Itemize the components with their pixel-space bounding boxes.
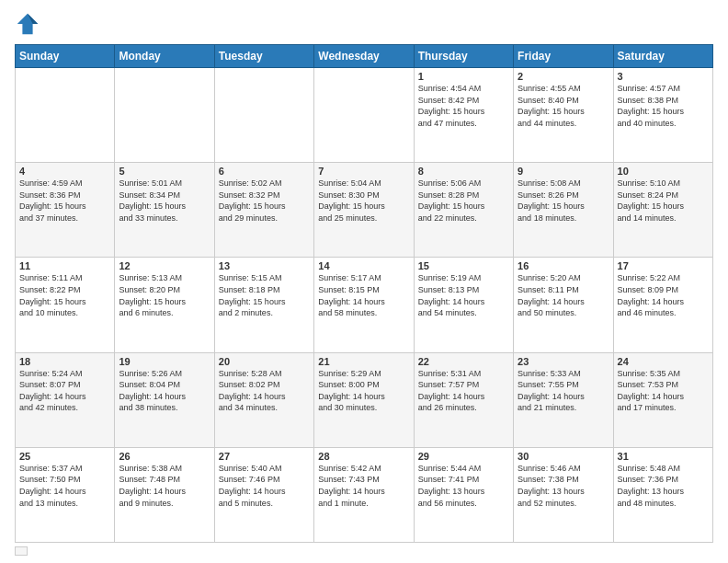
calendar-cell: 6Sunrise: 5:02 AM Sunset: 8:32 PM Daylig… [214,163,313,258]
calendar-cell: 12Sunrise: 5:13 AM Sunset: 8:20 PM Dayli… [115,258,214,352]
day-number: 8 [418,166,509,177]
calendar-cell: 26Sunrise: 5:38 AM Sunset: 7:48 PM Dayli… [115,447,214,542]
day-info: Sunrise: 5:22 AM Sunset: 8:09 PM Dayligh… [618,272,709,318]
weekday-header-sunday: Sunday [16,45,115,68]
day-info: Sunrise: 4:54 AM Sunset: 8:42 PM Dayligh… [418,83,509,129]
calendar-cell: 7Sunrise: 5:04 AM Sunset: 8:30 PM Daylig… [314,163,414,258]
calendar-table: SundayMondayTuesdayWednesdayThursdayFrid… [15,44,713,543]
day-number: 21 [318,356,409,367]
day-info: Sunrise: 5:01 AM Sunset: 8:34 PM Dayligh… [119,178,210,224]
day-info: Sunrise: 5:48 AM Sunset: 7:36 PM Dayligh… [618,463,709,509]
calendar-cell: 16Sunrise: 5:20 AM Sunset: 8:11 PM Dayli… [514,258,613,352]
day-number: 25 [19,451,110,462]
weekday-header-tuesday: Tuesday [214,45,313,68]
day-number: 7 [318,166,409,177]
day-number: 22 [418,356,509,367]
day-number: 16 [518,260,609,271]
weekday-header-friday: Friday [514,45,613,68]
weekday-header-monday: Monday [115,45,214,68]
day-number: 12 [119,260,210,271]
daylight-legend-box [15,546,28,556]
page: SundayMondayTuesdayWednesdayThursdayFrid… [0,0,728,563]
calendar-cell: 31Sunrise: 5:48 AM Sunset: 7:36 PM Dayli… [613,447,712,542]
calendar-cell: 18Sunrise: 5:24 AM Sunset: 8:07 PM Dayli… [16,352,115,447]
calendar-cell: 21Sunrise: 5:29 AM Sunset: 8:00 PM Dayli… [314,352,414,447]
footer [15,546,713,556]
calendar-cell: 27Sunrise: 5:40 AM Sunset: 7:46 PM Dayli… [214,447,313,542]
week-row-3: 11Sunrise: 5:11 AM Sunset: 8:22 PM Dayli… [16,258,713,352]
day-info: Sunrise: 5:46 AM Sunset: 7:38 PM Dayligh… [518,463,609,509]
day-number: 26 [119,451,210,462]
day-number: 4 [19,166,110,177]
week-row-5: 25Sunrise: 5:37 AM Sunset: 7:50 PM Dayli… [16,447,713,542]
day-info: Sunrise: 4:59 AM Sunset: 8:36 PM Dayligh… [19,178,110,224]
day-number: 14 [318,260,409,271]
week-row-1: 1Sunrise: 4:54 AM Sunset: 8:42 PM Daylig… [16,68,713,163]
day-info: Sunrise: 5:19 AM Sunset: 8:13 PM Dayligh… [418,272,509,318]
week-row-2: 4Sunrise: 4:59 AM Sunset: 8:36 PM Daylig… [16,163,713,258]
day-number: 24 [618,356,709,367]
calendar-cell: 24Sunrise: 5:35 AM Sunset: 7:53 PM Dayli… [613,352,712,447]
day-info: Sunrise: 5:08 AM Sunset: 8:26 PM Dayligh… [518,178,609,224]
day-number: 17 [618,260,709,271]
day-info: Sunrise: 5:15 AM Sunset: 8:18 PM Dayligh… [219,272,310,318]
day-number: 10 [618,166,709,177]
day-info: Sunrise: 5:10 AM Sunset: 8:24 PM Dayligh… [618,178,709,224]
weekday-header-row: SundayMondayTuesdayWednesdayThursdayFrid… [16,45,713,68]
day-number: 20 [219,356,310,367]
day-number: 18 [19,356,110,367]
day-number: 29 [418,451,509,462]
calendar-cell: 8Sunrise: 5:06 AM Sunset: 8:28 PM Daylig… [414,163,513,258]
calendar-cell: 14Sunrise: 5:17 AM Sunset: 8:15 PM Dayli… [314,258,414,352]
day-info: Sunrise: 5:40 AM Sunset: 7:46 PM Dayligh… [219,463,310,509]
calendar-cell: 2Sunrise: 4:55 AM Sunset: 8:40 PM Daylig… [514,68,613,163]
calendar-cell [16,68,115,163]
day-number: 28 [318,451,409,462]
day-number: 23 [518,356,609,367]
calendar-cell: 9Sunrise: 5:08 AM Sunset: 8:26 PM Daylig… [514,163,613,258]
day-info: Sunrise: 5:20 AM Sunset: 8:11 PM Dayligh… [518,272,609,318]
day-info: Sunrise: 4:55 AM Sunset: 8:40 PM Dayligh… [518,83,609,129]
calendar-cell: 13Sunrise: 5:15 AM Sunset: 8:18 PM Dayli… [214,258,313,352]
calendar-cell: 10Sunrise: 5:10 AM Sunset: 8:24 PM Dayli… [613,163,712,258]
calendar-cell [214,68,313,163]
day-info: Sunrise: 5:24 AM Sunset: 8:07 PM Dayligh… [19,368,110,414]
day-info: Sunrise: 5:29 AM Sunset: 8:00 PM Dayligh… [318,368,409,414]
calendar-cell: 1Sunrise: 4:54 AM Sunset: 8:42 PM Daylig… [414,68,513,163]
day-number: 11 [19,260,110,271]
calendar-cell: 25Sunrise: 5:37 AM Sunset: 7:50 PM Dayli… [16,447,115,542]
calendar-cell [115,68,214,163]
day-number: 3 [618,71,709,82]
calendar-cell: 19Sunrise: 5:26 AM Sunset: 8:04 PM Dayli… [115,352,214,447]
day-number: 9 [518,166,609,177]
day-number: 1 [418,71,509,82]
day-info: Sunrise: 5:37 AM Sunset: 7:50 PM Dayligh… [19,463,110,509]
day-number: 15 [418,260,509,271]
day-info: Sunrise: 5:44 AM Sunset: 7:41 PM Dayligh… [418,463,509,509]
day-info: Sunrise: 5:42 AM Sunset: 7:43 PM Dayligh… [318,463,409,509]
day-number: 6 [219,166,310,177]
calendar-cell: 20Sunrise: 5:28 AM Sunset: 8:02 PM Dayli… [214,352,313,447]
day-info: Sunrise: 5:28 AM Sunset: 8:02 PM Dayligh… [219,368,310,414]
day-info: Sunrise: 5:04 AM Sunset: 8:30 PM Dayligh… [318,178,409,224]
calendar-cell: 29Sunrise: 5:44 AM Sunset: 7:41 PM Dayli… [414,447,513,542]
calendar-cell: 11Sunrise: 5:11 AM Sunset: 8:22 PM Dayli… [16,258,115,352]
day-info: Sunrise: 5:35 AM Sunset: 7:53 PM Dayligh… [618,368,709,414]
day-number: 2 [518,71,609,82]
calendar-cell: 23Sunrise: 5:33 AM Sunset: 7:55 PM Dayli… [514,352,613,447]
calendar-cell [314,68,414,163]
calendar-cell: 5Sunrise: 5:01 AM Sunset: 8:34 PM Daylig… [115,163,214,258]
day-info: Sunrise: 5:11 AM Sunset: 8:22 PM Dayligh… [19,272,110,318]
week-row-4: 18Sunrise: 5:24 AM Sunset: 8:07 PM Dayli… [16,352,713,447]
logo [15,11,44,37]
logo-icon [15,11,40,37]
day-number: 19 [119,356,210,367]
header [15,11,713,37]
day-info: Sunrise: 5:13 AM Sunset: 8:20 PM Dayligh… [119,272,210,318]
day-info: Sunrise: 5:26 AM Sunset: 8:04 PM Dayligh… [119,368,210,414]
day-info: Sunrise: 5:33 AM Sunset: 7:55 PM Dayligh… [518,368,609,414]
day-info: Sunrise: 4:57 AM Sunset: 8:38 PM Dayligh… [618,83,709,129]
day-info: Sunrise: 5:38 AM Sunset: 7:48 PM Dayligh… [119,463,210,509]
day-number: 13 [219,260,310,271]
day-info: Sunrise: 5:02 AM Sunset: 8:32 PM Dayligh… [219,178,310,224]
